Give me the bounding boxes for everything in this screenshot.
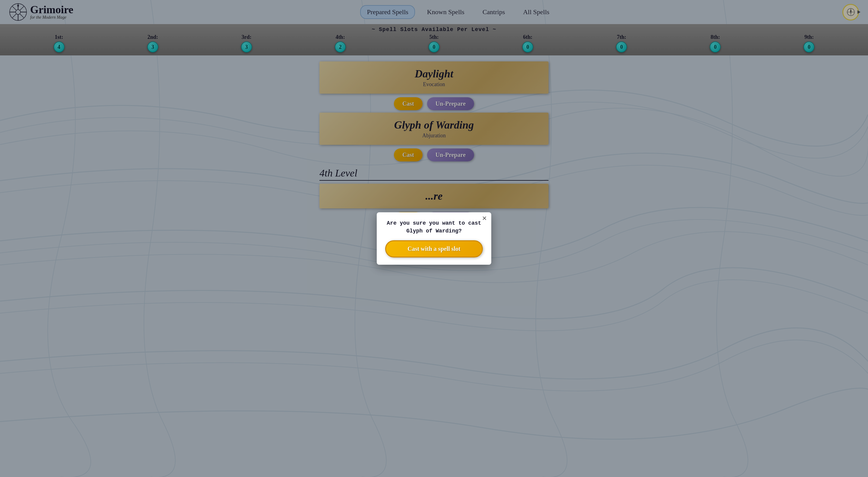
modal-overlay[interactable]: ✕ Are you sure you want to cast Glyph of… [0, 0, 868, 477]
modal-close-button[interactable]: ✕ [482, 215, 487, 222]
modal-confirm-text: Are you sure you want to cast Glyph of W… [385, 219, 483, 235]
cast-confirmation-modal: ✕ Are you sure you want to cast Glyph of… [377, 212, 491, 264]
modal-cast-button[interactable]: Cast with a spell slot [385, 240, 483, 258]
